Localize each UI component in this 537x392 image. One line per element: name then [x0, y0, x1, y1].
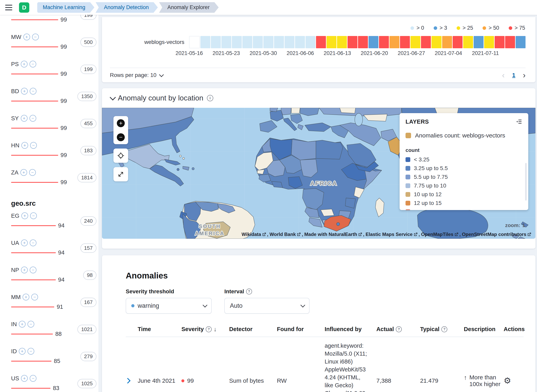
menu-icon[interactable] — [5, 5, 12, 10]
swimlane-cell[interactable] — [453, 36, 463, 48]
remove-filter-icon[interactable] — [28, 321, 34, 327]
remove-filter-icon[interactable] — [30, 142, 37, 149]
swimlane-cell[interactable] — [285, 36, 295, 48]
swimlane-cell[interactable] — [337, 36, 347, 48]
remove-filter-icon[interactable] — [30, 88, 36, 94]
col-detector[interactable]: Detector — [229, 323, 277, 337]
swimlane-cell[interactable] — [421, 36, 431, 48]
field-value-entry[interactable]: IN 88 1021 — [11, 318, 98, 345]
swimlane-cell[interactable] — [347, 36, 357, 48]
space-avatar[interactable]: D — [19, 2, 29, 13]
col-influenced-by[interactable]: Influenced by — [324, 323, 376, 337]
swimlane-cell[interactable] — [221, 36, 231, 48]
swimlane-cell[interactable] — [200, 36, 210, 48]
add-filter-icon[interactable] — [20, 169, 27, 176]
add-filter-icon[interactable] — [21, 61, 28, 67]
swimlane-cell[interactable] — [211, 36, 221, 48]
add-filter-icon[interactable] — [21, 239, 28, 246]
col-time[interactable]: Time — [138, 323, 181, 337]
swimlane-cell[interactable] — [316, 36, 326, 48]
col-actual[interactable]: Actual — [376, 323, 420, 337]
field-value-entry[interactable]: US 83 1025 — [11, 372, 98, 392]
swimlane-cell[interactable] — [410, 36, 420, 48]
interval-select[interactable]: Auto — [224, 298, 309, 314]
field-value-entry[interactable]: ZA 99 1814 — [11, 166, 98, 193]
swimlane-cell[interactable] — [432, 36, 441, 48]
previous-page-icon[interactable] — [502, 71, 504, 79]
swimlane-cell[interactable] — [495, 36, 504, 48]
remove-filter-icon[interactable] — [29, 115, 36, 122]
zoom-out-button[interactable] — [114, 130, 128, 144]
swimlane-cell[interactable] — [369, 36, 378, 48]
add-filter-icon[interactable] — [21, 142, 28, 149]
attribution-link[interactable]: Wikidata , — [242, 232, 268, 237]
zoom-in-button[interactable] — [114, 116, 128, 130]
swimlane-cell[interactable] — [505, 36, 515, 48]
gear-icon[interactable] — [504, 376, 511, 385]
remove-filter-icon[interactable] — [30, 375, 36, 382]
swimlane-cell[interactable] — [474, 36, 484, 48]
breadcrumb-anomaly-detection[interactable]: Anomaly Detection — [96, 2, 158, 13]
col-description[interactable]: Description — [464, 323, 504, 337]
swimlane-cell[interactable] — [189, 36, 200, 48]
swimlane-cell[interactable] — [379, 36, 389, 48]
field-value-entry[interactable]: ID 85 279 — [11, 345, 98, 372]
collapse-chevron-icon[interactable] — [110, 94, 116, 100]
help-icon[interactable] — [396, 326, 402, 332]
page-number[interactable]: 1 — [512, 72, 515, 79]
info-icon[interactable] — [207, 95, 213, 101]
full-screen-button[interactable] — [114, 167, 128, 181]
col-severity[interactable]: Severity — [181, 323, 229, 337]
col-typical[interactable]: Typical — [420, 323, 464, 337]
next-page-icon[interactable] — [523, 71, 526, 79]
swimlane-cell[interactable] — [442, 36, 452, 48]
field-value-entry[interactable]: UA 94 157 — [11, 237, 98, 264]
severity-threshold-select[interactable]: warning — [126, 298, 212, 314]
help-icon[interactable] — [441, 326, 447, 332]
add-filter-icon[interactable] — [21, 88, 28, 94]
swimlane-cell[interactable] — [484, 36, 494, 48]
help-icon[interactable] — [206, 326, 212, 332]
remove-filter-icon[interactable] — [31, 294, 38, 300]
attribution-link[interactable]: Made with NaturalEarth , — [304, 232, 364, 237]
breadcrumb-machine-learning[interactable]: Machine Learning — [37, 2, 95, 13]
remove-filter-icon[interactable] — [29, 169, 36, 176]
swimlane-cell[interactable] — [263, 36, 273, 48]
add-filter-icon[interactable] — [21, 375, 28, 382]
field-value-entry[interactable]: PS 99 199 — [11, 58, 98, 85]
remove-filter-icon[interactable] — [30, 212, 37, 219]
field-value-entry[interactable]: NI 99 199 — [11, 15, 98, 31]
attribution-link[interactable]: Elastic Maps Service , — [366, 232, 420, 237]
col-found-for[interactable]: Found for — [277, 323, 324, 337]
attribution-link[interactable]: OpenStreetMap contributors — [462, 232, 532, 237]
add-filter-icon[interactable] — [21, 212, 28, 219]
field-value-entry[interactable]: BD 99 1350 — [11, 85, 98, 112]
swimlane-cell[interactable] — [400, 36, 410, 48]
remove-filter-icon[interactable] — [30, 239, 36, 246]
swimlane-cell[interactable] — [327, 36, 336, 48]
field-value-entry[interactable]: EG 94 240 — [11, 210, 98, 237]
field-value-entry[interactable]: SY 99 455 — [11, 112, 98, 139]
layers-scrollbar[interactable] — [525, 163, 527, 201]
swimlane-cell[interactable] — [295, 36, 305, 48]
help-icon[interactable] — [246, 289, 252, 294]
add-filter-icon[interactable] — [23, 294, 29, 300]
add-filter-icon[interactable] — [23, 34, 30, 40]
swimlane-cell[interactable] — [242, 36, 252, 48]
world-map[interactable]: AFRICA SOUTH AMERICA — [102, 108, 535, 239]
add-filter-icon[interactable] — [19, 321, 26, 327]
swimlane-cell[interactable] — [516, 36, 526, 48]
attribution-link[interactable]: OpenMapTiles , — [421, 232, 461, 237]
swimlane-cell[interactable] — [253, 36, 263, 48]
layer-entry[interactable]: Anomalies count: weblogs-vectors — [405, 132, 522, 139]
swimlane-cell[interactable] — [305, 36, 315, 48]
expand-row-icon[interactable] — [125, 378, 130, 383]
swimlane-cell[interactable] — [232, 36, 242, 48]
field-value-entry[interactable]: NP 94 98 — [11, 264, 98, 291]
remove-filter-icon[interactable] — [29, 61, 36, 67]
remove-filter-icon[interactable] — [32, 34, 39, 40]
remove-filter-icon[interactable] — [28, 348, 34, 355]
swimlane-cell[interactable] — [463, 36, 473, 48]
add-filter-icon[interactable] — [19, 348, 26, 355]
sort-descending-icon[interactable] — [214, 326, 217, 333]
